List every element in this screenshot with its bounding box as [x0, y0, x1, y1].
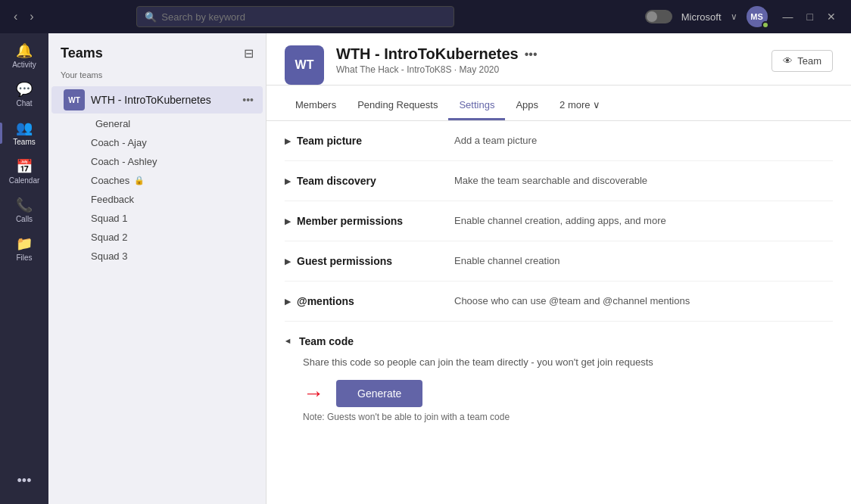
setting-row-team-picture: ▶ Team picture Add a team picture	[285, 121, 833, 161]
toggle-switch[interactable]	[645, 10, 672, 23]
sidebar-item-calendar[interactable]: 📅 Calendar	[0, 152, 48, 191]
sidebar-item-activity[interactable]: 🔔 Activity	[0, 36, 48, 75]
channel-item-feedback[interactable]: Feedback	[51, 191, 263, 208]
chevron-mentions[interactable]: ▶	[285, 297, 291, 306]
team-full-name: WTH - IntroToKubernetes	[336, 45, 519, 63]
avatar-status-badge	[762, 21, 769, 29]
channel-item-squad1[interactable]: Squad 1	[51, 210, 263, 227]
teams-icon: 👥	[16, 120, 33, 136]
calendar-icon: 📅	[16, 158, 33, 175]
sidebar-item-more[interactable]: •••	[0, 467, 48, 495]
settings-content: ▶ Team picture Add a team picture ▶ Team…	[267, 121, 851, 504]
setting-desc-team-discovery: Make the team searchable and discoverabl…	[454, 175, 833, 186]
tab-settings[interactable]: Settings	[448, 92, 505, 120]
search-icon: 🔍	[145, 11, 157, 23]
search-input[interactable]	[161, 11, 446, 23]
setting-desc-guest-permissions: Enable channel creation	[454, 255, 833, 266]
setting-label-mentions: @mentions	[297, 295, 354, 307]
channel-item-squad3[interactable]: Squad 3	[51, 247, 263, 265]
setting-row-team-discovery: ▶ Team discovery Make the team searchabl…	[285, 161, 833, 201]
channel-item-squad2[interactable]: Squad 2	[51, 229, 263, 246]
team-subtitle: What The Hack - IntroToK8S · May 2020	[336, 64, 759, 75]
main-layout: 🔔 Activity 💬 Chat 👥 Teams 📅 Calendar 📞 C…	[0, 33, 851, 504]
maximize-button[interactable]: □	[801, 9, 819, 24]
top-bar: ‹ › 🔍 Microsoft ∨ MS — □ ✕	[0, 0, 851, 33]
top-bar-right: Microsoft ∨ MS — □ ✕	[645, 6, 842, 27]
microsoft-label[interactable]: Microsoft	[681, 11, 722, 23]
team-item[interactable]: WT WTH - IntroToKubernetes •••	[51, 86, 263, 114]
sidebar-item-calls[interactable]: 📞 Calls	[0, 191, 48, 229]
setting-label-team-code: Team code	[299, 335, 354, 347]
setting-label-member-permissions: Member permissions	[297, 215, 403, 227]
eye-icon: 👁	[783, 55, 793, 67]
back-button[interactable]: ‹	[9, 7, 22, 26]
activity-icon: 🔔	[16, 42, 33, 59]
setting-desc-member-permissions: Enable channel creation, adding apps, an…	[454, 215, 833, 226]
team-avatar: WT	[64, 89, 85, 110]
lock-icon: 🔒	[134, 176, 145, 185]
channel-item-coach-ashley[interactable]: Coach - Ashley	[51, 153, 263, 170]
setting-row-mentions: ▶ @mentions Choose who can use @team and…	[285, 282, 833, 322]
main-content: WT WTH - IntroToKubernetes ••• What The …	[267, 33, 851, 504]
tab-apps[interactable]: Apps	[505, 92, 549, 120]
window-controls: — □ ✕	[777, 9, 842, 24]
icon-sidebar: 🔔 Activity 💬 Chat 👥 Teams 📅 Calendar 📞 C…	[0, 33, 48, 504]
search-bar: 🔍	[136, 6, 454, 27]
team-ellipsis-button[interactable]: •••	[525, 48, 538, 61]
setting-desc-team-picture: Add a team picture	[454, 135, 833, 146]
your-teams-label: Your teams	[48, 67, 266, 86]
filter-icon[interactable]: ⊟	[244, 46, 254, 61]
setting-row-guest-permissions: ▶ Guest permissions Enable channel creat…	[285, 241, 833, 282]
team-logo: WT	[285, 45, 324, 85]
setting-label-team-discovery: Team discovery	[297, 175, 376, 187]
channel-item-coach-ajay[interactable]: Coach - Ajay	[51, 134, 263, 151]
avatar[interactable]: MS	[747, 6, 768, 27]
teams-title: Teams	[61, 45, 103, 61]
setting-desc-mentions: Choose who can use @team and @channel me…	[454, 295, 833, 306]
calls-icon: 📞	[16, 197, 33, 213]
setting-desc-team-code: Share this code so people can join the t…	[303, 356, 833, 368]
channel-item-general[interactable]: General	[51, 115, 263, 132]
files-icon: 📁	[16, 235, 33, 252]
team-name: WTH - IntroToKubernetes	[91, 94, 233, 106]
chevron-team-discovery[interactable]: ▶	[285, 176, 291, 186]
sidebar-item-chat[interactable]: 💬 Chat	[0, 75, 48, 114]
dropdown-arrow[interactable]: ∨	[731, 11, 737, 22]
chevron-team-picture[interactable]: ▶	[285, 136, 291, 146]
team-header: WT WTH - IntroToKubernetes ••• What The …	[267, 33, 851, 86]
nav-buttons: ‹ ›	[9, 7, 39, 26]
chevron-member-permissions[interactable]: ▶	[285, 216, 291, 226]
team-more-button[interactable]: •••	[239, 92, 257, 107]
tab-more[interactable]: 2 more ∨	[549, 92, 611, 120]
setting-label-team-picture: Team picture	[297, 135, 362, 147]
chevron-team-code[interactable]: ▼	[284, 338, 293, 346]
minimize-button[interactable]: —	[777, 9, 800, 24]
setting-row-member-permissions: ▶ Member permissions Enable channel crea…	[285, 201, 833, 241]
setting-label-guest-permissions: Guest permissions	[297, 255, 392, 267]
team-info: WTH - IntroToKubernetes ••• What The Hac…	[336, 45, 759, 75]
forward-button[interactable]: ›	[25, 7, 38, 26]
team-code-note: Note: Guests won't be able to join with …	[303, 412, 833, 422]
chevron-guest-permissions[interactable]: ▶	[285, 257, 291, 266]
tab-members[interactable]: Members	[285, 92, 347, 120]
close-button[interactable]: ✕	[821, 9, 842, 24]
more-icon: •••	[17, 473, 32, 489]
channel-item-coaches[interactable]: Coaches 🔒	[51, 172, 263, 189]
tabs: Members Pending Requests Settings Apps 2…	[267, 92, 851, 121]
chat-icon: 💬	[16, 81, 33, 98]
teams-panel: Teams ⊟ Your teams WT WTH - IntroToKuber…	[48, 33, 267, 504]
arrow-icon: →	[303, 381, 324, 406]
team-view-button[interactable]: 👁 Team	[772, 50, 833, 72]
sidebar-item-teams[interactable]: 👥 Teams	[0, 114, 48, 152]
teams-header: Teams ⊟	[48, 33, 266, 67]
sidebar-item-files[interactable]: 📁 Files	[0, 229, 48, 268]
generate-button[interactable]: Generate	[336, 380, 422, 407]
tab-pending[interactable]: Pending Requests	[347, 92, 448, 120]
setting-row-team-code: ▼ Team code Share this code so people ca…	[285, 322, 833, 436]
